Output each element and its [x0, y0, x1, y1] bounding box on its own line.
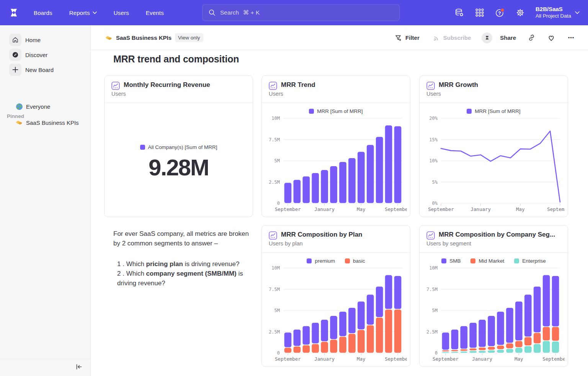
stacked-bar-chart: 02.5M5M7.5M10MSeptemberJanuaryMaySeptemb… [265, 264, 407, 364]
legend-label: MRR [Sum of MRR] [317, 108, 363, 114]
nav-item-users[interactable]: Users [114, 10, 129, 16]
card-mrr-growth[interactable]: MRR Growth Users MRR [Sum of MRR] 0%5%10… [419, 75, 568, 217]
share-button[interactable]: Share [500, 34, 516, 41]
sidebar-item-saas-business-kpis[interactable]: SaaS Business KPIs [0, 116, 91, 129]
line-chart-icon [426, 231, 435, 240]
card-title: MRR Growth [439, 81, 561, 89]
svg-text:10M: 10M [429, 265, 438, 271]
project-selector[interactable]: B2B/SaaS All Project Data [536, 6, 571, 20]
sidebar-item-new-board[interactable]: New Board [0, 62, 91, 77]
board-title: SaaS Business KPIs [116, 34, 172, 41]
card-mrr-composition-by-plan[interactable]: MRR Composition by Plan Users by plan pr… [261, 225, 410, 367]
legend-swatch [307, 258, 312, 263]
legend-label: All Company(s) [Sum of MRR] [148, 144, 217, 150]
legend-label: Enterprise [522, 258, 546, 264]
nav-item-events[interactable]: Events [146, 10, 164, 16]
svg-text:May: May [516, 206, 525, 212]
svg-text:20%: 20% [429, 116, 438, 121]
line-chart: 0%5%10%15%20%SeptemberJanuaryMaySeptembe… [423, 114, 565, 214]
chart-legend: premiumbasic [262, 253, 410, 264]
subscribe-button[interactable]: Subscribe [433, 34, 471, 42]
search-input[interactable]: Search ⌘ + K [202, 4, 400, 21]
legend-item: premium [307, 258, 335, 264]
svg-text:0%: 0% [432, 201, 438, 206]
legend-swatch [309, 109, 314, 114]
svg-text:September: September [385, 206, 407, 212]
card-subtitle: Users by segment [426, 240, 561, 247]
sidebar-item-everyone[interactable]: Everyone [0, 100, 91, 113]
card-subtitle: Users by plan [269, 240, 403, 247]
svg-text:2.5M: 2.5M [269, 180, 280, 185]
line-chart-icon [269, 231, 277, 240]
stacked-bar-chart: 02.5M5M7.5M10MSeptemberJanuaryMaySeptemb… [423, 264, 565, 364]
card-monthly-recurring-revenue[interactable]: Monthly Recurring Revenue Users All Comp… [104, 75, 253, 217]
legend-item: MRR [Sum of MRR] [467, 108, 520, 114]
section-title: MRR trend and composition [113, 54, 239, 65]
line-chart-icon [269, 82, 277, 90]
home-icon [9, 34, 21, 46]
svg-text:January: January [314, 356, 335, 362]
sidebar-item-discover[interactable]: Discover [0, 47, 91, 62]
svg-text:7.5M: 7.5M [269, 287, 280, 292]
legend-item: SMB [441, 258, 461, 264]
nav-item-boards[interactable]: Boards [34, 10, 52, 16]
board-emoji-icon [105, 34, 113, 42]
line-chart-icon [426, 82, 435, 90]
more-menu-icon[interactable]: ••• [567, 33, 576, 43]
card-mrr-trend[interactable]: MRR Trend Users MRR [Sum of MRR] 02.5M5M… [261, 75, 410, 217]
chevron-down-icon [93, 11, 97, 14]
legend-item: Mid Market [470, 258, 504, 264]
mixpanel-logo[interactable] [8, 7, 20, 19]
svg-text:10%: 10% [429, 158, 438, 163]
card-subtitle: Users [269, 91, 403, 97]
svg-text:?: ? [498, 11, 501, 16]
legend-swatch [514, 258, 519, 263]
filter-icon [395, 34, 402, 42]
nav-links: Boards Reports Users Events [34, 0, 164, 25]
card-title: MRR Composition by Plan [281, 231, 403, 239]
chart-svg: 0%5%10%15%20%SeptemberJanuaryMaySeptembe… [423, 114, 565, 214]
data-management-icon[interactable] [454, 8, 464, 18]
svg-text:May: May [357, 356, 366, 362]
svg-text:January: January [470, 206, 491, 212]
chart-svg: 02.5M5M7.5M10MSeptemberJanuaryMaySeptemb… [265, 264, 407, 364]
search-placeholder: Search ⌘ + K [220, 9, 260, 16]
card-title: MRR Trend [281, 81, 403, 89]
svg-text:15%: 15% [429, 137, 438, 142]
collapse-sidebar-icon[interactable] [75, 363, 83, 371]
settings-gear-icon[interactable] [515, 8, 525, 18]
filter-button[interactable]: Filter [395, 34, 420, 42]
chart-legend: MRR [Sum of MRR] [420, 103, 568, 114]
card-title: Monthly Recurring Revenue [124, 81, 246, 89]
legend-label: MRR [Sum of MRR] [475, 108, 520, 114]
svg-text:January: January [314, 206, 335, 212]
help-icon[interactable]: ? [495, 8, 505, 18]
legend-item: Enterprise [514, 258, 546, 264]
sidebar-item-home[interactable]: Home [0, 33, 91, 47]
svg-text:September: September [385, 356, 407, 362]
svg-text:7.5M: 7.5M [269, 137, 280, 142]
svg-text:10M: 10M [271, 116, 280, 121]
svg-text:January: January [472, 356, 492, 362]
svg-text:10M: 10M [271, 265, 280, 271]
project-scope: All Project Data [536, 13, 571, 20]
copy-link-icon[interactable] [527, 33, 536, 43]
nav-item-reports[interactable]: Reports [69, 10, 97, 16]
card-mrr-composition-by-company-segment[interactable]: MRR Composition by Company Seg... Users … [419, 225, 568, 367]
project-name: B2B/SaaS [536, 6, 571, 13]
chart-legend: SMBMid MarketEnterprise [420, 253, 568, 264]
project-chevron-icon[interactable] [575, 11, 580, 14]
avatar[interactable] [482, 33, 492, 43]
legend-item: basic [345, 258, 365, 264]
handshake-icon [15, 119, 23, 126]
apps-grid-icon[interactable] [475, 8, 485, 18]
svg-text:0: 0 [277, 201, 280, 206]
card-subtitle: Users [426, 91, 561, 97]
legend-swatch [470, 258, 475, 263]
svg-text:5M: 5M [274, 158, 280, 163]
kpi-value: 9.28M [149, 154, 209, 181]
legend-label: Mid Market [479, 258, 504, 264]
favorite-heart-icon[interactable] [547, 33, 556, 43]
svg-text:September: September [275, 356, 301, 362]
plus-icon [9, 64, 21, 76]
